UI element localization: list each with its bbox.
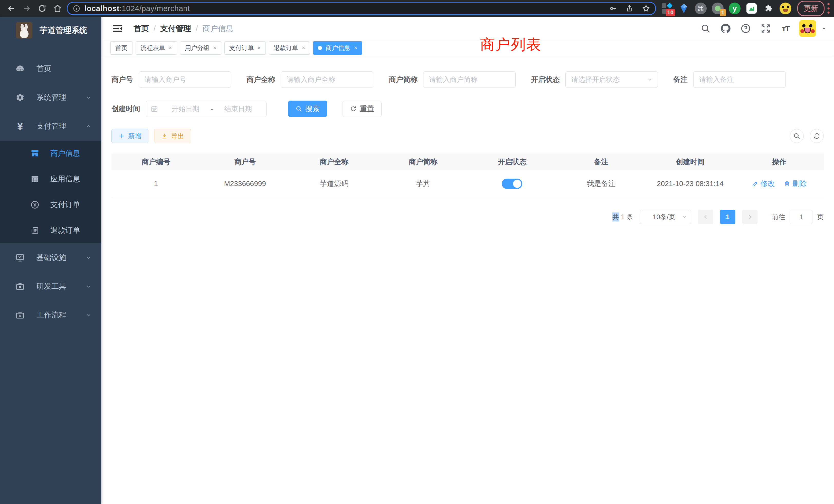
pencil-icon xyxy=(752,180,759,187)
sidebar-menu: 首页 系统管理 ¥ 支付管理 xyxy=(0,54,101,329)
remark-input[interactable] xyxy=(693,71,786,88)
page-size-select[interactable]: 10条/页 xyxy=(640,210,691,224)
cell-short-name: 芋艿 xyxy=(378,179,467,189)
sidebar-item-merchant-info[interactable]: 商户信息 xyxy=(0,141,101,166)
search-icon[interactable] xyxy=(699,22,712,35)
fullscreen-icon[interactable] xyxy=(759,22,772,35)
filter-status: 开启状态 请选择开启状态 xyxy=(531,71,658,88)
prev-page-button[interactable] xyxy=(698,210,713,224)
sidebar-item-workflow[interactable]: 工作流程 xyxy=(0,301,101,329)
close-icon[interactable]: × xyxy=(258,45,261,51)
refresh-icon xyxy=(350,106,357,112)
delete-link[interactable]: 删除 xyxy=(784,179,807,189)
tab-merchant-info[interactable]: 商户信息× xyxy=(313,41,362,55)
table-row: 1 M233666999 芋道源码 芋艿 我是备注 2021-10-23 08:… xyxy=(111,170,824,197)
calendar-icon xyxy=(151,105,158,112)
tab-home[interactable]: 首页 xyxy=(110,41,132,55)
browser-update-button[interactable]: 更新 xyxy=(797,1,825,16)
goto-page-input[interactable] xyxy=(790,210,812,224)
filter-short-name: 商户简称 xyxy=(389,71,515,88)
browser-menu-icon[interactable]: ••• xyxy=(827,2,830,15)
extension-command-icon[interactable]: ⌘ xyxy=(694,2,707,15)
filter-merchant-no: 商户号 xyxy=(111,71,231,88)
monitor-icon xyxy=(15,253,25,262)
pay-submenu: 商户信息 应用信息 支付订单 xyxy=(0,141,101,243)
sidebar-item-dev-tools[interactable]: 研发工具 xyxy=(0,272,101,301)
page-1-button[interactable]: 1 xyxy=(720,210,736,224)
sidebar-item-app-info[interactable]: 应用信息 xyxy=(0,166,101,192)
browser-reload-button[interactable] xyxy=(35,1,50,16)
merchant-table: 商户编号 商户号 商户全称 商户简称 开启状态 备注 创建时间 操作 1 M23… xyxy=(111,154,824,197)
close-icon[interactable]: × xyxy=(354,45,357,51)
home-icon xyxy=(53,4,62,13)
extension-gem-icon[interactable] xyxy=(677,2,690,15)
extension-profile-icon[interactable]: 1 xyxy=(711,2,724,15)
sidebar-item-refund-order[interactable]: 退款订单 xyxy=(0,217,101,243)
address-bar[interactable]: localhost:1024/pay/merchant xyxy=(67,2,656,15)
sidebar-item-system[interactable]: 系统管理 xyxy=(0,83,101,112)
breadcrumb-current: 商户信息 xyxy=(203,23,234,34)
password-key-icon[interactable] xyxy=(609,5,617,12)
gear-icon xyxy=(15,93,25,102)
yen-icon: ¥ xyxy=(15,121,25,131)
close-icon[interactable]: × xyxy=(169,45,172,51)
status-toggle[interactable] xyxy=(502,179,522,189)
extension-y-icon[interactable]: y xyxy=(728,2,741,15)
search-button[interactable]: 搜索 xyxy=(288,100,327,117)
breadcrumb-home[interactable]: 首页 xyxy=(133,23,149,34)
extensions-puzzle-icon[interactable] xyxy=(762,2,775,15)
browser-back-button[interactable] xyxy=(4,1,19,16)
tab-flow-form[interactable]: 流程表单× xyxy=(136,41,177,55)
reset-button[interactable]: 重置 xyxy=(343,100,381,117)
status-select[interactable]: 请选择开启状态 xyxy=(565,71,658,88)
user-avatar[interactable] xyxy=(799,20,816,37)
tab-user-group[interactable]: 用户分组× xyxy=(180,41,221,55)
avatar-caret-icon[interactable] xyxy=(821,26,827,31)
sidebar-item-infra[interactable]: 基础设施 xyxy=(0,243,101,272)
page-info-icon[interactable] xyxy=(73,5,80,12)
sidebar: 芋道管理系统 首页 系统管理 ¥ 支付管理 xyxy=(0,17,101,504)
export-button[interactable]: 导出 xyxy=(154,129,191,143)
sidebar-item-home[interactable]: 首页 xyxy=(0,54,101,83)
sidebar-item-pay[interactable]: ¥ 支付管理 xyxy=(0,112,101,141)
breadcrumb-pay[interactable]: 支付管理 xyxy=(160,23,191,34)
date-range-picker[interactable]: 开始日期 - 结束日期 xyxy=(146,100,266,117)
chevron-down-icon xyxy=(85,312,92,318)
extension-grey-blue-icon[interactable]: 10 xyxy=(660,2,674,15)
tab-refund-order[interactable]: 退款订单× xyxy=(269,41,310,55)
help-icon[interactable] xyxy=(739,22,752,35)
extension-chart-icon[interactable] xyxy=(745,2,758,15)
main-area: 商户列表 首页 / 支付管理 / 商户信息 xyxy=(101,17,834,504)
sidebar-collapse-button[interactable] xyxy=(108,21,126,37)
browser-profile-avatar[interactable] xyxy=(779,2,792,15)
chevron-down-icon xyxy=(682,214,687,220)
filter-create-time: 创建时间 开始日期 - 结束日期 xyxy=(111,100,266,117)
share-icon[interactable] xyxy=(626,5,633,12)
next-page-button[interactable] xyxy=(742,210,758,224)
browser-home-button[interactable] xyxy=(50,1,65,16)
refresh-icon xyxy=(813,132,820,140)
end-date-placeholder[interactable]: 结束日期 xyxy=(215,104,262,113)
edit-link[interactable]: 修改 xyxy=(752,179,775,189)
short-name-input[interactable] xyxy=(423,71,515,88)
refresh-table-button[interactable] xyxy=(810,129,824,143)
merchant-no-input[interactable] xyxy=(139,71,231,88)
sidebar-item-pay-order[interactable]: 支付订单 xyxy=(0,192,101,217)
add-button[interactable]: 新增 xyxy=(111,129,148,143)
back-arrow-icon xyxy=(7,4,16,13)
start-date-placeholder[interactable]: 开始日期 xyxy=(162,104,209,113)
show-search-button[interactable] xyxy=(790,129,804,143)
bookmark-star-icon[interactable] xyxy=(642,4,650,13)
close-icon[interactable]: × xyxy=(213,45,217,51)
tab-pay-order[interactable]: 支付订单× xyxy=(224,41,266,55)
cell-full-name: 芋道源码 xyxy=(290,179,379,189)
browser-forward-button[interactable] xyxy=(19,1,35,16)
github-icon[interactable] xyxy=(719,22,732,35)
chevron-up-icon xyxy=(85,123,92,130)
full-name-input[interactable] xyxy=(281,71,373,88)
chevron-left-icon xyxy=(703,214,709,220)
extension-badge: 10 xyxy=(666,9,675,16)
close-icon[interactable]: × xyxy=(302,45,305,51)
font-size-icon[interactable]: ᴛT xyxy=(779,22,792,35)
sidebar-logo[interactable]: 芋道管理系统 xyxy=(0,17,101,43)
